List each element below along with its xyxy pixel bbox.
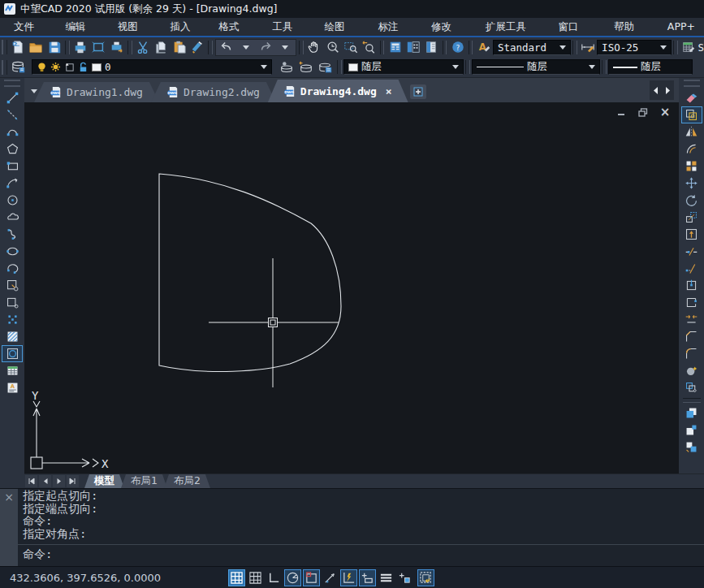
properties-palette-button[interactable] [386, 38, 404, 56]
tab-drawing1[interactable]: DWG Drawing1.dwg [34, 82, 159, 102]
spline-tool[interactable] [2, 226, 23, 243]
dynamic-input-toggle[interactable] [340, 569, 357, 586]
arc-tool[interactable] [2, 175, 23, 192]
linetype-select[interactable]: 随层 [472, 59, 600, 75]
minimize-icon[interactable] [615, 107, 627, 117]
menu-help[interactable]: 帮助(H) [605, 18, 659, 36]
fillet-tool[interactable] [681, 345, 702, 362]
layer-states-button[interactable] [277, 58, 296, 76]
zoom-window-button[interactable] [342, 38, 360, 56]
toolbar-grip[interactable] [2, 60, 7, 75]
insert-block-tool[interactable] [2, 277, 23, 294]
open-file-button[interactable] [27, 38, 45, 56]
layer-manager-button[interactable] [9, 58, 28, 76]
make-block-tool[interactable] [2, 294, 23, 311]
model-space-toggle[interactable] [417, 569, 434, 586]
draw-order-above-tool[interactable] [681, 439, 702, 456]
layout-first-button[interactable] [25, 475, 37, 487]
restore-icon[interactable] [637, 107, 649, 117]
polar-toggle[interactable] [284, 569, 301, 586]
help-button[interactable]: ? [448, 38, 466, 56]
lineweight-toggle[interactable] [359, 569, 376, 586]
xline-tool[interactable] [2, 106, 23, 123]
ortho-toggle[interactable] [266, 569, 283, 586]
redo-dropdown-arrow[interactable] [275, 38, 295, 56]
print-preview-button[interactable] [89, 38, 107, 56]
toolbar-grip[interactable] [684, 80, 700, 87]
menu-draw[interactable]: 绘图(D) [316, 18, 369, 36]
menu-view[interactable]: 视图(V) [109, 18, 162, 36]
array-tool[interactable] [681, 158, 702, 175]
plot-button[interactable] [108, 38, 126, 56]
menu-app-plus[interactable]: APP+ [659, 18, 704, 36]
model-space-view[interactable]: Y X [24, 102, 679, 473]
toolbar-grip[interactable] [2, 40, 7, 54]
undo-dropdown-arrow[interactable] [236, 38, 256, 56]
ellipse-tool[interactable] [2, 243, 23, 260]
print-button[interactable] [71, 38, 89, 56]
tab-drawing4-active[interactable]: DWG Drawing4.dwg × [268, 80, 408, 102]
tab-drawing2[interactable]: DWG Drawing2.dwg [151, 82, 276, 102]
menu-format[interactable]: 格式(O) [210, 18, 264, 36]
join-tool[interactable] [681, 311, 702, 328]
region-tool[interactable] [2, 345, 23, 362]
table-tool[interactable] [2, 362, 23, 379]
tab-layout2[interactable]: 布局2 [164, 474, 210, 488]
layer-previous-button[interactable] [296, 58, 316, 76]
lineweight-select[interactable]: 随层 [608, 59, 693, 75]
blend-curves-tool[interactable] [681, 362, 702, 379]
trim-tool[interactable] [681, 243, 702, 260]
paste-button[interactable] [171, 38, 188, 56]
rectangle-tool[interactable] [2, 158, 23, 175]
zoom-previous-button[interactable] [360, 38, 378, 56]
toolbar-grip[interactable] [4, 80, 20, 87]
polyline-tool[interactable] [2, 123, 23, 141]
close-icon[interactable]: × [659, 107, 671, 117]
menu-express-tools[interactable]: 扩展工具(X) [477, 18, 550, 36]
cut-button[interactable] [134, 38, 152, 56]
circle-tool[interactable] [2, 192, 23, 209]
break-tool[interactable] [681, 294, 702, 311]
draw-order-front-tool[interactable] [681, 404, 702, 422]
hatch-tool[interactable] [2, 328, 23, 345]
explode-tool[interactable] [681, 379, 702, 396]
break-at-point-tool[interactable] [681, 277, 702, 294]
dim-style-select[interactable]: ISO-25 [597, 40, 672, 55]
grid-toggle[interactable] [228, 569, 245, 586]
extend-tool[interactable] [681, 260, 702, 277]
layout-next-button[interactable] [53, 475, 65, 487]
line-tool[interactable] [2, 89, 23, 106]
annotation-scale-button[interactable] [396, 569, 413, 586]
match-properties-button[interactable] [188, 38, 206, 56]
menu-dimension[interactable]: 标注(N) [369, 18, 422, 36]
menu-tools[interactable]: 工具(T) [264, 18, 316, 36]
dim-style-icon[interactable] [579, 38, 597, 56]
polygon-tool[interactable] [2, 141, 23, 158]
layout-last-button[interactable] [67, 475, 79, 487]
copy-button[interactable] [152, 38, 170, 56]
ellipse-arc-tool[interactable] [2, 260, 23, 277]
drawing-canvas[interactable]: × Y X [24, 102, 679, 473]
new-file-button[interactable] [9, 38, 27, 56]
mirror-tool[interactable] [681, 123, 702, 141]
chamfer-tool[interactable] [681, 328, 702, 345]
revision-cloud-tool[interactable] [2, 209, 23, 226]
scale-tool[interactable] [681, 209, 702, 226]
menu-edit[interactable]: 编辑(E) [56, 18, 108, 36]
tab-model[interactable]: 模型 [84, 474, 124, 488]
point-tool[interactable] [2, 311, 23, 328]
command-panel-close[interactable]: × [0, 489, 18, 567]
tab-layout1[interactable]: 布局1 [121, 474, 167, 488]
snap-toggle[interactable] [247, 569, 264, 586]
pan-button[interactable] [305, 38, 323, 56]
redo-button[interactable] [256, 38, 275, 56]
mtext-tool[interactable]: A [2, 379, 23, 396]
copy-tool[interactable] [681, 106, 702, 123]
new-tab-button[interactable] [410, 84, 426, 99]
rotate-tool[interactable] [681, 192, 702, 209]
stretch-tool[interactable] [681, 226, 702, 243]
layer-select[interactable]: 0 [32, 59, 272, 75]
tab-scroll-right-icon[interactable] [662, 80, 674, 100]
save-button[interactable] [45, 38, 63, 56]
menu-window[interactable]: 窗口(W) [550, 18, 606, 36]
